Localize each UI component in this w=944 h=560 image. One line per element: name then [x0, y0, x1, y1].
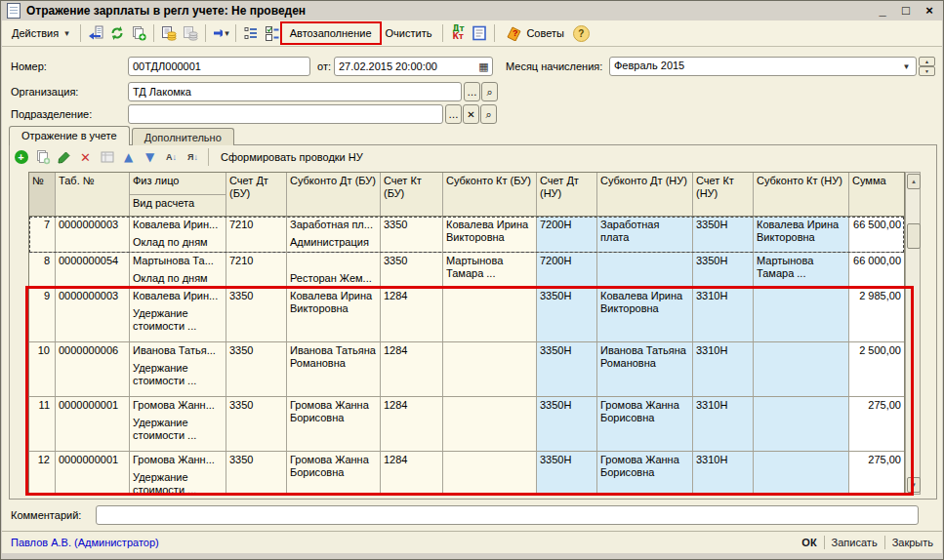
scroll-down-icon[interactable]: ▼ [907, 477, 921, 493]
goto-button[interactable] [212, 24, 229, 42]
comment-input[interactable] [96, 505, 919, 525]
clear-button[interactable]: Очистить [381, 25, 437, 41]
department-select-icon[interactable]: … [445, 104, 462, 124]
add-row-icon[interactable]: + [13, 149, 29, 166]
cell-sum[interactable]: 66 500,00 [849, 217, 904, 252]
cell-sub_dt_nu[interactable]: Заработная плата [597, 217, 693, 252]
cell-tab_no[interactable]: 0000000003 [56, 288, 130, 341]
cell-sub_kt_nu[interactable] [754, 288, 849, 341]
cell-sub_dt_nu[interactable]: Громова Жанна Борисовна [597, 397, 693, 451]
refresh-icon[interactable] [108, 24, 126, 42]
tab-additional[interactable]: Дополнительно [132, 128, 234, 145]
cell-sub_dt_bu[interactable]: Громова Жанна Борисовна [287, 452, 381, 493]
save-button[interactable]: Записать [832, 537, 878, 548]
move-up-icon[interactable]: ▲ [120, 149, 137, 166]
cell-sum[interactable]: 275,00 [849, 397, 904, 451]
cell-person[interactable]: Ковалева Ирин...Удержание стоимости ... [130, 288, 226, 341]
scroll-thumb[interactable] [907, 223, 921, 249]
cell-dt_bu[interactable]: 7210 [226, 253, 287, 287]
delete-row-icon[interactable]: ✕ [77, 149, 94, 166]
cell-person[interactable]: Мартынова Та...Оклад по дням [130, 253, 226, 287]
maximize-button[interactable]: □ [898, 2, 914, 20]
month-combobox[interactable]: Февраль 2015 [609, 57, 917, 76]
cell-sum[interactable]: 2 500,00 [849, 342, 904, 396]
cell-dt_nu[interactable]: 3350Н [537, 452, 597, 493]
cell-kt_nu[interactable]: 3310Н [693, 342, 754, 396]
cell-kt_nu[interactable]: 3310Н [693, 288, 754, 341]
cell-tab_no[interactable]: 0000000006 [56, 342, 130, 396]
cell-sub_dt_bu[interactable]: Ковалева Ирина Викторовна [287, 288, 381, 341]
cell-kt_bu[interactable]: 1284 [381, 342, 443, 396]
month-spinner[interactable]: ▲▼ [919, 57, 935, 76]
organization-input[interactable] [128, 82, 462, 101]
cell-sub_kt_bu[interactable]: Мартынова Тамара ... [443, 253, 537, 287]
vertical-scrollbar[interactable]: ▲ ▼ [905, 172, 921, 495]
dtkt-button[interactable]: ДтКт [449, 24, 467, 42]
cell-kt_bu[interactable]: 3350 [381, 217, 443, 252]
cell-sub_kt_nu[interactable] [754, 397, 849, 451]
spin-up-icon[interactable]: ▲ [919, 57, 935, 66]
cell-sub_kt_nu[interactable] [754, 452, 849, 493]
cell-sub_kt_bu[interactable] [443, 342, 537, 396]
table-row[interactable]: 90000000003Ковалева Ирин...Удержание сто… [29, 288, 904, 342]
sort-descending-icon[interactable]: Я↓ [185, 149, 201, 166]
actions-button[interactable]: Действия [7, 25, 74, 41]
table-row[interactable]: 120000000001Громова Жанн...Удержание сто… [29, 452, 904, 494]
organization-lookup-icon[interactable]: ⌕ [481, 82, 498, 101]
cell-tab_no[interactable]: 0000000003 [56, 217, 130, 252]
post-document-icon[interactable] [160, 24, 178, 42]
month-dropdown-icon[interactable]: ▼ [899, 59, 914, 74]
number-input[interactable] [128, 57, 310, 76]
department-lookup-icon[interactable]: ⌕ [480, 104, 497, 124]
cell-sub_dt_nu[interactable]: Ковалева Ирина Викторовна [597, 288, 693, 341]
generate-nu-postings-button[interactable]: Сформировать проводки НУ [216, 149, 368, 165]
sort-ascending-icon[interactable]: А↓ [163, 149, 180, 166]
move-down-icon[interactable]: ▼ [142, 149, 158, 166]
help-icon[interactable]: ? [573, 25, 590, 42]
cell-sub_kt_bu[interactable] [443, 397, 537, 451]
close-button[interactable]: × [922, 2, 937, 20]
autofill-button[interactable]: Автозаполнение [285, 25, 377, 41]
tab-reflection[interactable]: Отражение в учете [9, 126, 130, 145]
cell-tab_no[interactable]: 0000000001 [56, 452, 130, 493]
cell-num[interactable]: 8 [29, 253, 56, 287]
cell-kt_nu[interactable]: 3350Н [693, 217, 754, 252]
copy-new-icon[interactable] [130, 24, 147, 42]
cell-sub_dt_bu[interactable]: Ресторан Жем... [287, 253, 381, 287]
cell-person[interactable]: Ковалева Ирин...Оклад по дням [130, 217, 226, 252]
cell-kt_bu[interactable]: 1284 [381, 397, 443, 451]
scroll-up-icon[interactable]: ▲ [907, 174, 921, 189]
department-clear-icon[interactable]: ✕ [463, 104, 479, 124]
cell-person[interactable]: Иванова Татья...Удержание стоимости ... [130, 342, 226, 396]
unpost-document-icon[interactable] [182, 24, 199, 42]
cell-dt_nu[interactable]: 7200Н [537, 253, 597, 287]
cell-num[interactable]: 12 [29, 452, 56, 493]
cell-sub_kt_bu[interactable] [443, 452, 537, 493]
minimize-button[interactable]: _ [875, 2, 890, 20]
cell-sub_dt_nu[interactable] [597, 253, 693, 287]
cell-sub_kt_nu[interactable]: Ковалева Ирина Викторовна [754, 217, 849, 252]
cell-dt_nu[interactable]: 3350Н [537, 288, 597, 341]
cell-sub_dt_bu[interactable]: Громова Жанна Борисовна [287, 397, 381, 451]
cell-person[interactable]: Громова Жанн...Удержание стоимости ... [130, 452, 226, 493]
table-row[interactable]: 70000000003Ковалева Ирин...Оклад по дням… [29, 217, 904, 253]
cell-num[interactable]: 10 [29, 342, 56, 396]
cell-tab_no[interactable]: 0000000054 [56, 253, 130, 287]
table-row[interactable]: 110000000001Громова Жанн...Удержание сто… [29, 397, 904, 452]
reread-icon[interactable] [87, 24, 104, 42]
cell-num[interactable]: 9 [29, 288, 56, 341]
cell-dt_bu[interactable]: 3350 [226, 342, 287, 396]
cell-kt_bu[interactable]: 3350 [381, 253, 443, 287]
cell-sum[interactable]: 275,00 [849, 452, 904, 493]
list-settings-icon[interactable] [264, 24, 281, 42]
cell-dt_bu[interactable]: 3350 [226, 397, 287, 451]
table-row[interactable]: 100000000006Иванова Татья...Удержание ст… [29, 342, 904, 397]
report-icon[interactable] [471, 24, 488, 42]
cell-dt_nu[interactable]: 3350Н [537, 397, 597, 451]
cell-kt_nu[interactable]: 3350Н [693, 253, 754, 287]
cell-sub_kt_bu[interactable]: Ковалева Ирина Викторовна [443, 217, 537, 252]
date-input[interactable] [334, 57, 493, 76]
edit-row-icon[interactable] [56, 149, 72, 166]
cell-sub_dt_bu[interactable]: Иванова Татьяна Романовна [287, 342, 381, 396]
cell-num[interactable]: 7 [29, 217, 56, 252]
